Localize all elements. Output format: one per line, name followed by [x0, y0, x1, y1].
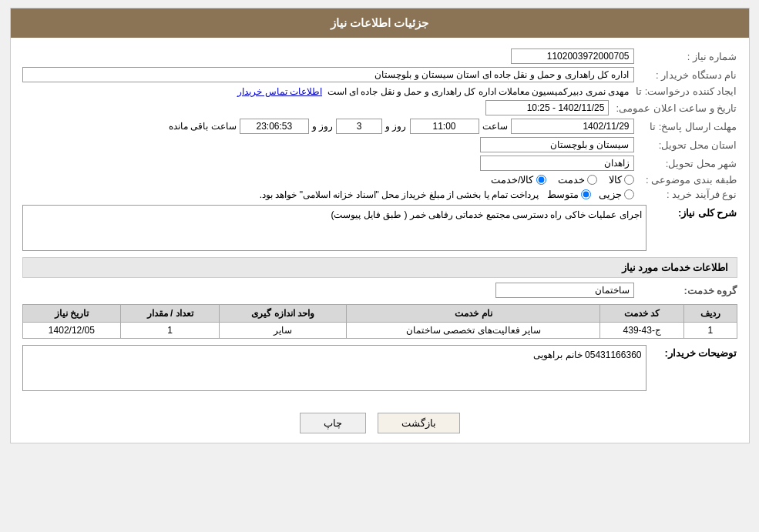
purchase-type-label: نوع فرآیند خرید : — [637, 189, 737, 200]
service-group-label: گروه خدمت: — [637, 285, 737, 296]
col-unit: واحد اندازه گیری — [219, 305, 347, 323]
purchase-jozii-radio[interactable] — [624, 189, 634, 199]
buyer-description-text: 05431166360 خانم براهویی — [533, 350, 641, 360]
category-both-radio[interactable] — [536, 175, 546, 185]
table-cell-quantity: 1 — [121, 323, 220, 339]
category-kala-khedmat[interactable]: کالا/خدمت — [491, 174, 546, 186]
footer-buttons: بازگشت چاپ — [11, 403, 749, 443]
table-cell-date: 1402/12/05 — [22, 323, 121, 339]
table-cell-row: 1 — [684, 323, 737, 339]
category-row: طبقه بندی موضوعی : کالا خدمت کالا/خدمت — [22, 174, 737, 186]
category-kala[interactable]: کالا — [609, 174, 634, 186]
main-container: جزئیات اطلاعات نیاز شماره نیاز : نام دست… — [10, 8, 750, 443]
table-row: 1ج-43-439سایر فعالیت‌های تخصصی ساختمانسا… — [22, 323, 737, 339]
need-description-box: اجرای عملیات خاکی راه دسترسی مجتمع خدمات… — [22, 205, 646, 251]
need-desc-label: شرح کلی نیاز: — [653, 205, 737, 219]
services-section-title: اطلاعات خدمات مورد نیاز — [22, 257, 737, 278]
col-name: نام خدمت — [347, 305, 600, 323]
purchase-type-options: جزیی متوسط پرداخت تمام یا بخشی از مبلغ خ… — [260, 189, 634, 200]
table-header-row: ردیف کد خدمت نام خدمت واحد اندازه گیری ت… — [22, 305, 737, 323]
creator-row: ایجاد کننده درخواست: تا مهدی نمری دبیرکم… — [22, 85, 737, 97]
back-button[interactable]: بازگشت — [378, 413, 460, 433]
print-button[interactable]: چاپ — [300, 413, 366, 433]
province-input[interactable] — [480, 137, 634, 152]
deadline-label: مهلت ارسال پاسخ: تا — [637, 121, 737, 132]
page-header: جزئیات اطلاعات نیاز — [11, 8, 749, 38]
table-cell-unit: سایر — [219, 323, 347, 339]
city-label: شهر محل تحویل: — [637, 158, 737, 169]
date-input[interactable] — [485, 100, 609, 115]
table-cell-name: سایر فعالیت‌های تخصصی ساختمان — [347, 323, 600, 339]
purchase-type-row: نوع فرآیند خرید : جزیی متوسط پرداخت تمام… — [22, 189, 737, 200]
date-row: تاریخ و ساعت اعلان عمومی: — [22, 100, 737, 115]
need-description-text: اجرای عملیات خاکی راه دسترسی مجتمع خدمات… — [331, 209, 642, 220]
buyer-desc-label: توضیحات خریدار: — [653, 345, 737, 359]
purchase-type-jozii[interactable]: جزیی — [599, 189, 634, 200]
buyer-org-input[interactable] — [22, 67, 634, 82]
category-kala-radio[interactable] — [624, 175, 634, 185]
service-group-row: گروه خدمت: — [22, 283, 737, 298]
province-row: استان محل تحویل: — [22, 137, 737, 152]
deadline-date-input[interactable] — [511, 119, 634, 134]
need-number-input[interactable] — [511, 49, 634, 64]
city-row: شهر محل تحویل: — [22, 156, 737, 171]
deadline-time-input[interactable] — [410, 119, 479, 134]
service-group-input[interactable] — [495, 283, 634, 298]
contact-link[interactable]: اطلاعات تماس خریدار — [237, 86, 322, 97]
need-number-label: شماره نیاز : — [637, 51, 737, 62]
services-table: ردیف کد خدمت نام خدمت واحد اندازه گیری ت… — [22, 304, 737, 339]
date-label: تاریخ و ساعت اعلان عمومی: — [612, 102, 737, 114]
buyer-org-label: نام دستگاه خریدار : — [637, 69, 737, 81]
need-description-row: شرح کلی نیاز: اجرای عملیات خاکی راه دستر… — [22, 205, 737, 251]
content-area: شماره نیاز : نام دستگاه خریدار : ایجاد ک… — [11, 38, 749, 403]
time-label: ساعت — [482, 121, 508, 132]
col-date: تاریخ نیاز — [22, 305, 121, 323]
city-input[interactable] — [480, 156, 634, 171]
deadline-row: مهلت ارسال پاسخ: تا ساعت روز و روز و ساع… — [22, 119, 737, 134]
buyer-description-row: توضیحات خریدار: 05431166360 خانم براهویی — [22, 345, 737, 391]
need-number-row: شماره نیاز : — [22, 49, 737, 64]
purchase-type-note: پرداخت تمام یا بخشی از مبلغ خریداز محل "… — [260, 189, 539, 200]
table-cell-code: ج-43-439 — [600, 323, 684, 339]
deadline-days-input[interactable] — [336, 119, 382, 134]
province-label: استان محل تحویل: — [637, 139, 737, 151]
col-row: ردیف — [684, 305, 737, 323]
category-label: طبقه بندی موضوعی : — [637, 174, 737, 186]
days-label: روز و — [385, 121, 406, 132]
category-radio-group: کالا خدمت کالا/خدمت — [491, 174, 634, 186]
creator-text: مهدی نمری دبیرکمیسیون معاملات اداره کل ر… — [22, 86, 630, 97]
remaining-time-input[interactable] — [240, 119, 309, 134]
category-khedmat[interactable]: خدمت — [558, 174, 597, 186]
buyer-description-box: 05431166360 خانم براهویی — [22, 345, 646, 391]
buyer-org-row: نام دستگاه خریدار : — [22, 67, 737, 82]
remaining-time-label: روز و — [312, 121, 333, 132]
col-qty: تعداد / مقدار — [121, 305, 220, 323]
col-code: کد خدمت — [600, 305, 684, 323]
remaining-label: ساعت باقی مانده — [169, 121, 237, 132]
page-title: جزئیات اطلاعات نیاز — [331, 16, 428, 29]
purchase-type-motavasset[interactable]: متوسط — [547, 189, 591, 200]
services-table-section: ردیف کد خدمت نام خدمت واحد اندازه گیری ت… — [22, 304, 737, 339]
category-khedmat-radio[interactable] — [587, 175, 597, 185]
purchase-motavasset-radio[interactable] — [581, 189, 591, 199]
creator-label: ایجاد کننده درخواست: تا — [632, 85, 737, 97]
